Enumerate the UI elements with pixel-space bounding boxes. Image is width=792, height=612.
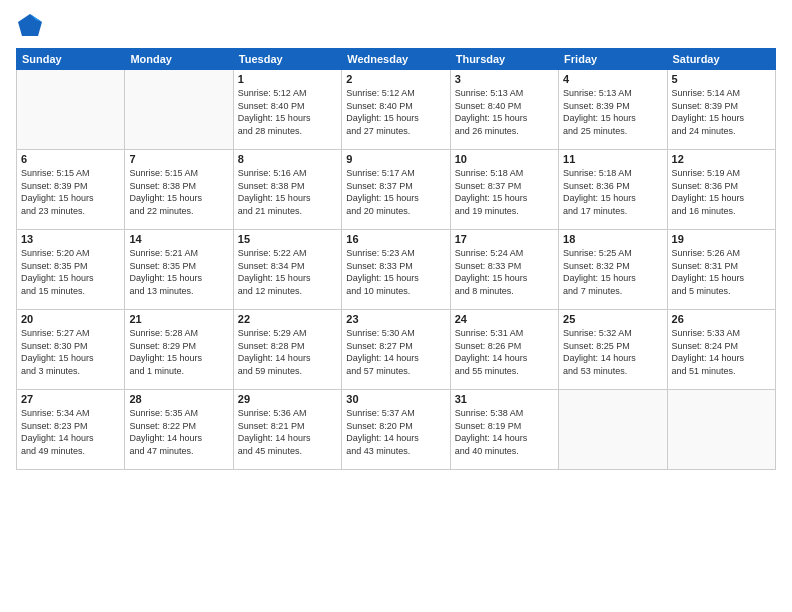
calendar-body: 1Sunrise: 5:12 AM Sunset: 8:40 PM Daylig… [17, 70, 776, 470]
day-detail: Sunrise: 5:17 AM Sunset: 8:37 PM Dayligh… [346, 167, 445, 217]
calendar-cell: 29Sunrise: 5:36 AM Sunset: 8:21 PM Dayli… [233, 390, 341, 470]
day-number: 29 [238, 393, 337, 405]
day-detail: Sunrise: 5:36 AM Sunset: 8:21 PM Dayligh… [238, 407, 337, 457]
calendar-cell: 4Sunrise: 5:13 AM Sunset: 8:39 PM Daylig… [559, 70, 667, 150]
weekday-header-monday: Monday [125, 49, 233, 70]
day-detail: Sunrise: 5:22 AM Sunset: 8:34 PM Dayligh… [238, 247, 337, 297]
day-number: 5 [672, 73, 771, 85]
day-number: 12 [672, 153, 771, 165]
calendar-cell: 26Sunrise: 5:33 AM Sunset: 8:24 PM Dayli… [667, 310, 775, 390]
day-detail: Sunrise: 5:26 AM Sunset: 8:31 PM Dayligh… [672, 247, 771, 297]
day-number: 30 [346, 393, 445, 405]
day-number: 14 [129, 233, 228, 245]
calendar-cell: 28Sunrise: 5:35 AM Sunset: 8:22 PM Dayli… [125, 390, 233, 470]
day-number: 31 [455, 393, 554, 405]
day-detail: Sunrise: 5:15 AM Sunset: 8:38 PM Dayligh… [129, 167, 228, 217]
calendar-cell: 11Sunrise: 5:18 AM Sunset: 8:36 PM Dayli… [559, 150, 667, 230]
day-number: 28 [129, 393, 228, 405]
day-number: 16 [346, 233, 445, 245]
calendar-cell: 19Sunrise: 5:26 AM Sunset: 8:31 PM Dayli… [667, 230, 775, 310]
calendar-cell: 1Sunrise: 5:12 AM Sunset: 8:40 PM Daylig… [233, 70, 341, 150]
calendar-cell: 15Sunrise: 5:22 AM Sunset: 8:34 PM Dayli… [233, 230, 341, 310]
calendar-cell: 6Sunrise: 5:15 AM Sunset: 8:39 PM Daylig… [17, 150, 125, 230]
weekday-header-saturday: Saturday [667, 49, 775, 70]
day-detail: Sunrise: 5:16 AM Sunset: 8:38 PM Dayligh… [238, 167, 337, 217]
calendar-cell [667, 390, 775, 470]
calendar-cell: 2Sunrise: 5:12 AM Sunset: 8:40 PM Daylig… [342, 70, 450, 150]
day-detail: Sunrise: 5:18 AM Sunset: 8:36 PM Dayligh… [563, 167, 662, 217]
day-number: 27 [21, 393, 120, 405]
calendar-cell: 30Sunrise: 5:37 AM Sunset: 8:20 PM Dayli… [342, 390, 450, 470]
day-detail: Sunrise: 5:34 AM Sunset: 8:23 PM Dayligh… [21, 407, 120, 457]
day-number: 13 [21, 233, 120, 245]
day-number: 21 [129, 313, 228, 325]
day-detail: Sunrise: 5:21 AM Sunset: 8:35 PM Dayligh… [129, 247, 228, 297]
calendar-table: SundayMondayTuesdayWednesdayThursdayFrid… [16, 48, 776, 470]
calendar-cell: 20Sunrise: 5:27 AM Sunset: 8:30 PM Dayli… [17, 310, 125, 390]
day-detail: Sunrise: 5:29 AM Sunset: 8:28 PM Dayligh… [238, 327, 337, 377]
calendar-cell: 10Sunrise: 5:18 AM Sunset: 8:37 PM Dayli… [450, 150, 558, 230]
calendar-cell: 7Sunrise: 5:15 AM Sunset: 8:38 PM Daylig… [125, 150, 233, 230]
page: SundayMondayTuesdayWednesdayThursdayFrid… [0, 0, 792, 612]
day-number: 18 [563, 233, 662, 245]
day-number: 19 [672, 233, 771, 245]
calendar-cell: 27Sunrise: 5:34 AM Sunset: 8:23 PM Dayli… [17, 390, 125, 470]
weekday-header-wednesday: Wednesday [342, 49, 450, 70]
day-number: 7 [129, 153, 228, 165]
day-detail: Sunrise: 5:20 AM Sunset: 8:35 PM Dayligh… [21, 247, 120, 297]
calendar-week-5: 27Sunrise: 5:34 AM Sunset: 8:23 PM Dayli… [17, 390, 776, 470]
calendar-cell [125, 70, 233, 150]
day-number: 6 [21, 153, 120, 165]
day-detail: Sunrise: 5:25 AM Sunset: 8:32 PM Dayligh… [563, 247, 662, 297]
day-number: 25 [563, 313, 662, 325]
calendar-cell: 18Sunrise: 5:25 AM Sunset: 8:32 PM Dayli… [559, 230, 667, 310]
weekday-header-thursday: Thursday [450, 49, 558, 70]
calendar-week-1: 1Sunrise: 5:12 AM Sunset: 8:40 PM Daylig… [17, 70, 776, 150]
weekday-header-tuesday: Tuesday [233, 49, 341, 70]
calendar-cell: 16Sunrise: 5:23 AM Sunset: 8:33 PM Dayli… [342, 230, 450, 310]
day-detail: Sunrise: 5:37 AM Sunset: 8:20 PM Dayligh… [346, 407, 445, 457]
calendar-cell: 12Sunrise: 5:19 AM Sunset: 8:36 PM Dayli… [667, 150, 775, 230]
day-detail: Sunrise: 5:15 AM Sunset: 8:39 PM Dayligh… [21, 167, 120, 217]
calendar-cell: 5Sunrise: 5:14 AM Sunset: 8:39 PM Daylig… [667, 70, 775, 150]
calendar-header: SundayMondayTuesdayWednesdayThursdayFrid… [17, 49, 776, 70]
day-number: 22 [238, 313, 337, 325]
calendar-cell [17, 70, 125, 150]
weekday-header-friday: Friday [559, 49, 667, 70]
logo-icon [16, 12, 44, 40]
day-number: 17 [455, 233, 554, 245]
day-detail: Sunrise: 5:23 AM Sunset: 8:33 PM Dayligh… [346, 247, 445, 297]
calendar-cell: 3Sunrise: 5:13 AM Sunset: 8:40 PM Daylig… [450, 70, 558, 150]
calendar-cell: 25Sunrise: 5:32 AM Sunset: 8:25 PM Dayli… [559, 310, 667, 390]
day-detail: Sunrise: 5:24 AM Sunset: 8:33 PM Dayligh… [455, 247, 554, 297]
calendar-week-3: 13Sunrise: 5:20 AM Sunset: 8:35 PM Dayli… [17, 230, 776, 310]
calendar-cell: 17Sunrise: 5:24 AM Sunset: 8:33 PM Dayli… [450, 230, 558, 310]
day-detail: Sunrise: 5:12 AM Sunset: 8:40 PM Dayligh… [346, 87, 445, 137]
day-detail: Sunrise: 5:32 AM Sunset: 8:25 PM Dayligh… [563, 327, 662, 377]
day-detail: Sunrise: 5:28 AM Sunset: 8:29 PM Dayligh… [129, 327, 228, 377]
day-number: 2 [346, 73, 445, 85]
day-number: 3 [455, 73, 554, 85]
day-detail: Sunrise: 5:30 AM Sunset: 8:27 PM Dayligh… [346, 327, 445, 377]
calendar-cell: 9Sunrise: 5:17 AM Sunset: 8:37 PM Daylig… [342, 150, 450, 230]
header [16, 12, 776, 40]
day-detail: Sunrise: 5:31 AM Sunset: 8:26 PM Dayligh… [455, 327, 554, 377]
day-detail: Sunrise: 5:13 AM Sunset: 8:40 PM Dayligh… [455, 87, 554, 137]
calendar-cell: 8Sunrise: 5:16 AM Sunset: 8:38 PM Daylig… [233, 150, 341, 230]
day-detail: Sunrise: 5:38 AM Sunset: 8:19 PM Dayligh… [455, 407, 554, 457]
day-number: 4 [563, 73, 662, 85]
logo [16, 12, 48, 40]
day-detail: Sunrise: 5:18 AM Sunset: 8:37 PM Dayligh… [455, 167, 554, 217]
day-number: 15 [238, 233, 337, 245]
day-number: 9 [346, 153, 445, 165]
weekday-header-row: SundayMondayTuesdayWednesdayThursdayFrid… [17, 49, 776, 70]
day-number: 23 [346, 313, 445, 325]
calendar-cell: 23Sunrise: 5:30 AM Sunset: 8:27 PM Dayli… [342, 310, 450, 390]
day-number: 24 [455, 313, 554, 325]
calendar-cell [559, 390, 667, 470]
calendar-week-4: 20Sunrise: 5:27 AM Sunset: 8:30 PM Dayli… [17, 310, 776, 390]
day-detail: Sunrise: 5:13 AM Sunset: 8:39 PM Dayligh… [563, 87, 662, 137]
day-number: 10 [455, 153, 554, 165]
calendar-cell: 14Sunrise: 5:21 AM Sunset: 8:35 PM Dayli… [125, 230, 233, 310]
day-detail: Sunrise: 5:12 AM Sunset: 8:40 PM Dayligh… [238, 87, 337, 137]
